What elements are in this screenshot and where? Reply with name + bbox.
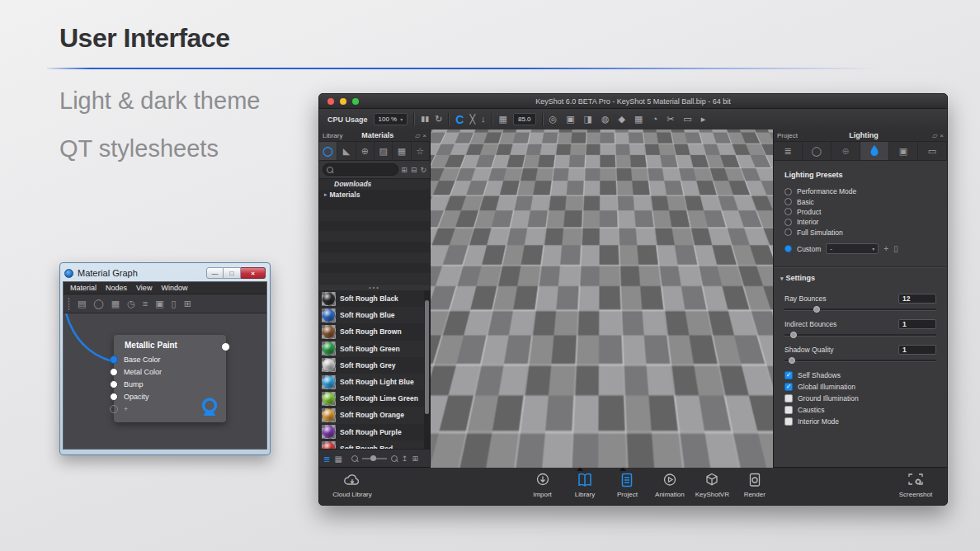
material-graph-titlebar[interactable]: Material Graph — □ × <box>63 265 267 281</box>
slider-handle[interactable] <box>789 357 795 364</box>
dock-item-animation[interactable]: Animation <box>650 471 689 498</box>
material-list-item[interactable]: Soft Rough Purple <box>319 424 430 440</box>
radio-button[interactable] <box>784 208 792 215</box>
add-folder-icon[interactable]: ⊞ <box>401 166 408 174</box>
library-tab[interactable]: ◯ <box>319 142 337 160</box>
fullscreen-icon[interactable]: ╳ <box>469 115 475 124</box>
console-icon[interactable]: ▸ <box>701 115 706 124</box>
scrollbar-track[interactable] <box>424 290 430 449</box>
performance-gauge-icon[interactable]: ◔ <box>652 115 657 124</box>
material-ball-icon[interactable]: ◯ <box>93 299 103 308</box>
menu-item[interactable]: Material <box>70 284 97 292</box>
grid-view-button[interactable]: ▦ <box>334 454 342 464</box>
material-list-item[interactable]: Soft Rough Blue <box>319 307 430 323</box>
material-list-item[interactable]: Soft Rough Orange <box>319 407 430 423</box>
toolbar-drag-handle[interactable] <box>68 298 71 310</box>
shield-icon[interactable]: ◆ <box>619 115 625 124</box>
cpu-usage-dropdown[interactable]: 100 % ▾ <box>374 113 408 125</box>
textures-icon[interactable]: ▦ <box>111 299 120 308</box>
slider-track[interactable] <box>784 308 936 311</box>
keyshot-refresh-icon[interactable]: C <box>455 114 464 125</box>
checkbox[interactable] <box>784 406 793 414</box>
checkbox[interactable]: ✓ <box>784 383 793 391</box>
slider-handle[interactable] <box>370 455 376 461</box>
close-icon[interactable]: × <box>422 132 426 139</box>
import-arrow-icon[interactable]: ↓ <box>481 115 486 124</box>
settings-icon[interactable]: ≡ <box>143 299 148 308</box>
material-list-item[interactable]: Soft Rough Black <box>319 290 430 307</box>
preset-option[interactable]: Performance Mode <box>784 186 939 196</box>
add-preset-icon[interactable]: + <box>883 244 888 253</box>
orbit-lock-icon[interactable]: ◍ <box>601 115 610 124</box>
slider-value-field[interactable]: 12 <box>898 294 936 304</box>
tree-row-empty[interactable] <box>319 200 430 210</box>
checkbox[interactable] <box>784 417 793 426</box>
input-port[interactable] <box>110 393 118 401</box>
library-tab[interactable]: ☆ <box>412 142 430 160</box>
menu-item[interactable]: View <box>136 284 152 292</box>
ui-layout-icon[interactable]: ▦ <box>634 115 643 124</box>
slider-value-field[interactable]: 1 <box>898 319 936 329</box>
library-tab[interactable]: ⊕ <box>356 142 375 160</box>
thumbnail-size-slider[interactable] <box>362 458 387 459</box>
image-tab[interactable]: ▭ <box>918 142 947 160</box>
menu-item[interactable]: Nodes <box>106 284 127 292</box>
close-button[interactable]: × <box>241 267 266 279</box>
save-icon[interactable]: ▤ <box>78 299 86 308</box>
input-port[interactable] <box>110 380 118 389</box>
animation-icon[interactable]: ◷ <box>127 299 135 308</box>
library-tab[interactable]: ▨ <box>375 142 393 160</box>
checkbox-row[interactable]: Caustics <box>784 406 859 414</box>
tree-row-empty[interactable] <box>319 252 430 263</box>
reset-icon[interactable]: ↻ <box>435 115 442 124</box>
material-list-item[interactable]: Soft Rough Red <box>319 440 430 449</box>
tree-row-empty[interactable] <box>319 242 430 252</box>
library-tab[interactable]: ◣ <box>337 142 356 160</box>
camera-cycle-icon[interactable]: ◨ <box>584 115 592 124</box>
camera-tab[interactable]: ▣ <box>889 142 918 160</box>
tree-row-empty[interactable] <box>319 231 430 242</box>
project-panel-header[interactable]: Project Lighting ▱ × <box>774 130 947 142</box>
node-layout-icon[interactable]: ⊞ <box>184 299 191 308</box>
settings-heading[interactable]: ▾Settings <box>780 274 815 282</box>
preset-option[interactable]: Full Simulation <box>784 228 939 238</box>
preset-option[interactable]: Product <box>784 207 939 217</box>
zoom-region-icon[interactable]: ◎ <box>549 115 558 124</box>
dock-item-render[interactable]: Render <box>735 471 774 498</box>
list-view-button[interactable]: ≣ <box>323 454 330 464</box>
material-list-item[interactable]: Soft Rough Grey <box>319 357 430 374</box>
focal-length-field[interactable]: 85.0 <box>513 113 536 125</box>
keyshot-titlebar[interactable]: KeyShot 6.0 BETA Pro - KeyShot 5 Materia… <box>319 94 947 109</box>
output-port[interactable] <box>221 342 230 351</box>
dock-item-import[interactable]: Import <box>523 471 562 498</box>
scene-tab[interactable]: ≣ <box>774 142 803 160</box>
material-tab[interactable]: ◯ <box>803 142 832 160</box>
checkbox-row[interactable]: ✓ Self Shadows <box>784 371 859 379</box>
zoom-in-icon[interactable] <box>391 455 398 462</box>
checkbox-row[interactable]: Interior Mode <box>784 417 859 426</box>
cut-icon[interactable]: ✂ <box>667 115 674 124</box>
grid-icon[interactable]: ▦ <box>499 115 507 124</box>
checkbox[interactable]: ✓ <box>784 371 793 379</box>
node-graph-canvas[interactable]: Metallic Paint Base Color Metal Color <box>64 313 266 450</box>
metallic-paint-node[interactable]: Metallic Paint Base Color Metal Color <box>114 335 226 422</box>
close-icon[interactable]: × <box>940 132 944 139</box>
preset-option[interactable]: Basic <box>784 196 939 206</box>
material-list-item[interactable]: Soft Rough Light Blue <box>319 374 430 390</box>
checkbox-row[interactable]: ✓ Global Illumination <box>784 383 859 391</box>
dock-item-project[interactable]: Project <box>608 471 647 498</box>
tree-row-downloads[interactable]: Downloads <box>319 179 430 190</box>
material-list-item[interactable]: Soft Rough Brown <box>319 323 430 340</box>
refresh-icon[interactable]: ↻ <box>420 166 426 174</box>
input-port[interactable] <box>110 356 118 364</box>
duplicate-icon[interactable]: ▣ <box>155 299 163 308</box>
checkbox[interactable] <box>784 394 793 403</box>
display-icon[interactable]: ▭ <box>683 115 691 124</box>
custom-preset-dropdown[interactable]: - ▾ <box>826 243 879 254</box>
material-list-item[interactable]: Soft Rough Lime Green <box>319 390 430 407</box>
render-viewport[interactable] <box>431 130 773 468</box>
checkbox-row[interactable]: Ground Illumination <box>784 394 859 403</box>
radio-button[interactable] <box>784 219 792 226</box>
material-list-item[interactable]: Soft Rough Green <box>319 341 430 357</box>
preset-option[interactable]: Interior <box>784 217 939 227</box>
